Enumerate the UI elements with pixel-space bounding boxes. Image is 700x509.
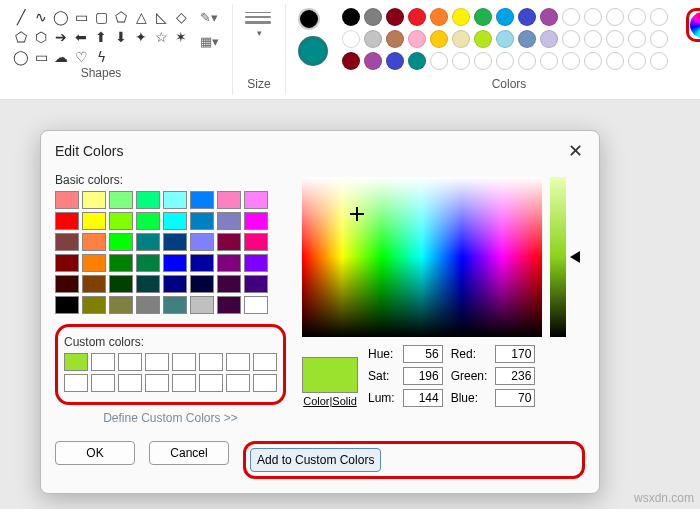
basic-color-cell[interactable] (136, 233, 160, 251)
basic-color-cell[interactable] (190, 275, 214, 293)
luminance-slider[interactable] (550, 177, 566, 337)
palette-swatch[interactable] (540, 8, 558, 26)
custom-color-cell[interactable] (226, 353, 250, 371)
palette-swatch[interactable] (342, 8, 360, 26)
palette-swatch[interactable] (628, 52, 646, 70)
shape-curve[interactable]: ∿ (32, 8, 50, 26)
palette-swatch[interactable] (452, 30, 470, 48)
custom-color-cell[interactable] (145, 374, 169, 392)
palette-swatch[interactable] (496, 8, 514, 26)
shape-star5[interactable]: ☆ (152, 28, 170, 46)
basic-color-cell[interactable] (55, 275, 79, 293)
palette-swatch[interactable] (650, 52, 668, 70)
palette-swatch[interactable] (584, 52, 602, 70)
blue-input[interactable] (495, 389, 535, 407)
palette-swatch[interactable] (408, 8, 426, 26)
basic-color-cell[interactable] (163, 212, 187, 230)
custom-color-cell[interactable] (118, 353, 142, 371)
shape-outline-button[interactable]: ✎▾ (198, 8, 220, 26)
basic-color-cell[interactable] (109, 275, 133, 293)
basic-color-cell[interactable] (109, 191, 133, 209)
custom-color-cell[interactable] (145, 353, 169, 371)
basic-color-cell[interactable] (82, 254, 106, 272)
palette-swatch[interactable] (342, 30, 360, 48)
shape-fill-button[interactable]: ▦▾ (198, 32, 220, 50)
palette-swatch[interactable] (628, 8, 646, 26)
basic-color-cell[interactable] (217, 275, 241, 293)
edit-colors-button[interactable]: + (686, 8, 700, 42)
shape-pentagon[interactable]: ⬠ (12, 28, 30, 46)
basic-color-cell[interactable] (109, 254, 133, 272)
lum-input[interactable] (403, 389, 443, 407)
palette-swatch[interactable] (474, 30, 492, 48)
define-custom-colors-link[interactable]: Define Custom Colors >> (55, 411, 286, 425)
basic-color-cell[interactable] (244, 191, 268, 209)
palette-swatch[interactable] (562, 8, 580, 26)
palette-swatch[interactable] (628, 30, 646, 48)
shape-star4[interactable]: ✦ (132, 28, 150, 46)
palette-swatch[interactable] (540, 30, 558, 48)
basic-color-cell[interactable] (190, 233, 214, 251)
basic-color-cell[interactable] (217, 191, 241, 209)
basic-color-cell[interactable] (55, 254, 79, 272)
cancel-button[interactable]: Cancel (149, 441, 229, 465)
basic-color-cell[interactable] (244, 275, 268, 293)
shape-arrow-right[interactable]: ➔ (52, 28, 70, 46)
custom-color-cell[interactable] (91, 374, 115, 392)
basic-color-cell[interactable] (109, 212, 133, 230)
basic-color-cell[interactable] (82, 212, 106, 230)
basic-color-cell[interactable] (163, 233, 187, 251)
basic-color-cell[interactable] (82, 296, 106, 314)
custom-color-cell[interactable] (199, 353, 223, 371)
red-input[interactable] (495, 345, 535, 363)
shape-polygon[interactable]: ⬠ (112, 8, 130, 26)
shape-roundrect[interactable]: ▢ (92, 8, 110, 26)
palette-swatch[interactable] (606, 52, 624, 70)
palette-swatch[interactable] (584, 30, 602, 48)
basic-color-cell[interactable] (136, 296, 160, 314)
palette-swatch[interactable] (342, 52, 360, 70)
custom-color-cell[interactable] (253, 353, 277, 371)
palette-swatch[interactable] (518, 8, 536, 26)
palette-swatch[interactable] (562, 30, 580, 48)
palette-swatch[interactable] (386, 8, 404, 26)
basic-color-cell[interactable] (55, 296, 79, 314)
palette-swatch[interactable] (518, 52, 536, 70)
basic-color-cell[interactable] (136, 254, 160, 272)
basic-color-cell[interactable] (163, 254, 187, 272)
basic-color-cell[interactable] (55, 233, 79, 251)
sat-input[interactable] (403, 367, 443, 385)
palette-swatch[interactable] (430, 30, 448, 48)
palette-swatch[interactable] (452, 8, 470, 26)
basic-color-cell[interactable] (244, 212, 268, 230)
palette-swatch[interactable] (386, 30, 404, 48)
basic-color-cell[interactable] (217, 233, 241, 251)
basic-color-cell[interactable] (190, 191, 214, 209)
palette-swatch[interactable] (496, 30, 514, 48)
palette-swatch[interactable] (606, 30, 624, 48)
palette-swatch[interactable] (364, 8, 382, 26)
basic-color-cell[interactable] (55, 212, 79, 230)
palette-swatch[interactable] (606, 8, 624, 26)
size-button[interactable] (245, 8, 273, 28)
custom-color-cell[interactable] (91, 353, 115, 371)
shape-rect[interactable]: ▭ (72, 8, 90, 26)
shape-triangle[interactable]: △ (132, 8, 150, 26)
basic-color-cell[interactable] (217, 296, 241, 314)
basic-color-cell[interactable] (244, 233, 268, 251)
shape-arrow-up[interactable]: ⬆ (92, 28, 110, 46)
green-input[interactable] (495, 367, 535, 385)
add-to-custom-colors-button[interactable]: Add to Custom Colors (250, 448, 381, 472)
palette-swatch[interactable] (650, 8, 668, 26)
shape-heart[interactable]: ♡ (72, 48, 90, 66)
color1-swatch[interactable] (298, 8, 320, 30)
custom-color-cell[interactable] (64, 353, 88, 371)
custom-color-cell[interactable] (172, 353, 196, 371)
basic-color-cell[interactable] (136, 275, 160, 293)
basic-color-cell[interactable] (163, 191, 187, 209)
palette-swatch[interactable] (452, 52, 470, 70)
basic-color-cell[interactable] (136, 212, 160, 230)
basic-color-cell[interactable] (163, 275, 187, 293)
basic-color-cell[interactable] (136, 191, 160, 209)
shape-callout-cloud[interactable]: ☁ (52, 48, 70, 66)
